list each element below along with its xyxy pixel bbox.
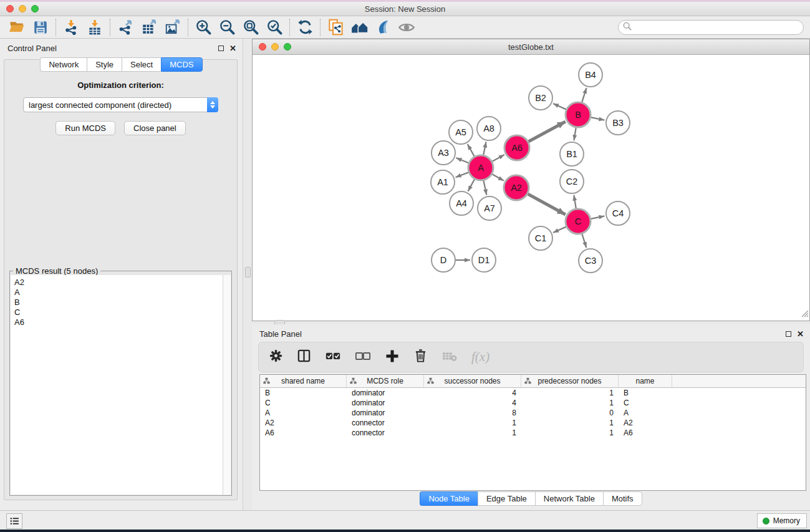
import-network-icon[interactable] [59, 17, 83, 37]
divider-handle[interactable] [245, 267, 251, 278]
tab-style[interactable]: Style [87, 57, 122, 72]
tab-node-table[interactable]: Node Table [420, 491, 478, 506]
close-panel-button[interactable]: Close panel [124, 121, 186, 135]
delete-icon[interactable] [413, 349, 428, 365]
table-cell: connector [347, 418, 424, 428]
column-header-predecessor-nodes[interactable]: predecessor nodes [521, 375, 619, 387]
status-bar: Memory [0, 510, 810, 530]
graph-edge[interactable] [591, 117, 605, 120]
add-icon[interactable] [385, 349, 400, 366]
graph-edge[interactable] [582, 234, 586, 248]
tab-edge-table[interactable]: Edge Table [478, 491, 535, 506]
import-table-icon[interactable] [83, 17, 107, 37]
graph-edge[interactable] [574, 195, 576, 209]
graph-edge[interactable] [574, 128, 576, 141]
graphics-details-icon[interactable] [371, 17, 395, 37]
task-history-button[interactable] [6, 513, 22, 529]
graph-edge[interactable] [483, 142, 486, 155]
column-header-filler [672, 375, 806, 387]
table-cell: 4 [424, 398, 521, 408]
mcds-panel: Optimization criterion: largest connecte… [4, 59, 238, 500]
graph-edge[interactable] [468, 144, 475, 157]
graph-edge[interactable] [553, 227, 566, 233]
result-list-item[interactable]: A6 [14, 317, 219, 327]
network-graph: B4B2BB3A8A5A6A3B1AC2A1A2A4A7C4CC1DC3D1 [253, 55, 809, 321]
vertical-split-divider[interactable] [243, 39, 252, 510]
float-panel-icon[interactable] [218, 46, 224, 51]
result-list-item[interactable]: C [14, 307, 219, 317]
export-network-icon[interactable] [113, 17, 137, 37]
gear-icon[interactable] [269, 349, 283, 365]
column-header-name[interactable]: name [619, 375, 672, 387]
close-panel-icon[interactable]: ✕ [229, 46, 236, 51]
tab-select[interactable]: Select [122, 57, 161, 72]
graph-edge[interactable] [553, 104, 566, 109]
column-header-MCDS-role[interactable]: MCDS role [347, 375, 424, 387]
show-hide-icon[interactable] [395, 17, 418, 37]
deselect-all-icon[interactable] [355, 349, 371, 365]
graph-edge[interactable] [483, 181, 486, 195]
graph-edge[interactable] [456, 172, 469, 177]
result-list-item[interactable]: A2 [14, 278, 219, 288]
table-row[interactable]: Cdominator41C [260, 398, 806, 408]
toolbar-separator [289, 19, 290, 36]
graph-node-label: B3 [612, 118, 624, 128]
zoom-fit-icon[interactable] [239, 17, 263, 37]
graph-edge[interactable] [591, 216, 605, 218]
split-column-icon[interactable] [297, 349, 311, 365]
new-network-from-selection-icon[interactable] [324, 17, 347, 37]
tab-network[interactable]: Network [40, 57, 87, 72]
graph-edge[interactable] [492, 155, 504, 162]
zoom-out-icon[interactable] [215, 17, 239, 37]
graph-node-label: B2 [535, 93, 546, 103]
graph-edge[interactable] [528, 194, 565, 215]
tab-network-table[interactable]: Network Table [535, 491, 603, 506]
column-header-successor-nodes[interactable]: successor nodes [424, 375, 521, 387]
graph-edge[interactable] [582, 88, 586, 102]
table-row[interactable]: A2connector11A2 [260, 418, 806, 428]
result-list-item[interactable]: A [14, 288, 219, 297]
mcds-result-list[interactable]: A2ABCA6 [11, 275, 223, 495]
graph-edge[interactable] [468, 179, 475, 191]
table-row[interactable]: Adominator80A [260, 408, 806, 418]
select-all-icon[interactable] [325, 349, 341, 365]
column-header-shared-name[interactable]: shared name [260, 375, 347, 387]
resize-grip[interactable] [801, 309, 809, 320]
zoom-in-icon[interactable] [191, 17, 215, 37]
float-table-panel-icon[interactable] [786, 331, 791, 337]
zoom-selected-icon[interactable] [263, 17, 286, 37]
table-row[interactable]: Bdominator41B [260, 388, 806, 398]
table-tabs: Node Table Edge Table Network Table Moti… [252, 491, 810, 506]
mcds-result-groupbox: MCDS result (5 nodes) A2ABCA6 [9, 271, 232, 496]
export-image-icon[interactable] [161, 17, 185, 37]
graph-node-label: A8 [483, 123, 494, 133]
save-session-icon[interactable] [29, 17, 52, 37]
close-table-panel-icon[interactable]: ✕ [797, 331, 804, 337]
tab-motifs[interactable]: Motifs [603, 491, 642, 506]
network-view-window: testGlobe.txt B4B2BB3A8A5A6A3B1AC2A1A2A4… [252, 39, 810, 321]
open-session-icon[interactable] [5, 17, 29, 37]
graph-edge[interactable] [456, 158, 468, 163]
search-input[interactable] [632, 21, 803, 34]
memory-button[interactable]: Memory [757, 513, 807, 528]
refresh-icon[interactable] [293, 17, 317, 37]
optimization-criterion-label: Optimization criterion: [4, 80, 237, 90]
network-canvas[interactable]: B4B2BB3A8A5A6A3B1AC2A1A2A4A7C4CC1DC3D1 [253, 55, 809, 321]
table-cell: dominator [347, 398, 424, 408]
graph-node-label: A6 [511, 143, 523, 153]
criterion-dropdown[interactable]: largest connected component (directed) [23, 97, 218, 112]
graph-edge[interactable] [492, 174, 504, 180]
table-cell: A6 [260, 428, 347, 438]
tab-mcds[interactable]: MCDS [161, 57, 202, 72]
node-table[interactable]: shared nameMCDS rolesuccessor nodesprede… [259, 374, 806, 491]
result-list-scrollbar[interactable] [223, 275, 231, 495]
graph-edge[interactable] [528, 122, 565, 142]
toolbar-separator [188, 19, 188, 36]
export-table-icon[interactable] [137, 17, 161, 37]
run-mcds-button[interactable]: Run MCDS [55, 121, 115, 135]
search-field[interactable] [618, 20, 804, 35]
table-row[interactable]: A6connector11A6 [260, 428, 806, 438]
first-neighbors-icon[interactable] [347, 17, 371, 37]
result-list-item[interactable]: B [14, 297, 219, 307]
table-cell: 1 [521, 398, 619, 408]
